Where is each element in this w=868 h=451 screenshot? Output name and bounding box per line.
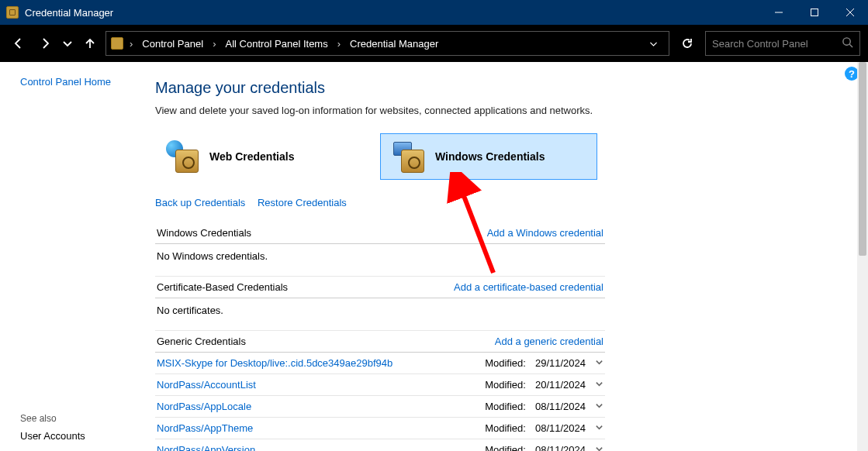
title-bar: Credential Manager <box>0 0 868 25</box>
svg-rect-0 <box>811 9 818 16</box>
refresh-button[interactable] <box>674 31 700 56</box>
credential-row[interactable]: NordPass/AppLocaleModified:08/11/2024 <box>155 396 605 418</box>
chevron-down-icon[interactable] <box>595 379 603 391</box>
app-icon <box>6 6 19 19</box>
window-title: Credential Manager <box>25 7 113 19</box>
windows-credentials-tab[interactable]: Windows Credentials <box>380 133 597 180</box>
credential-row[interactable]: NordPass/AccountListModified:20/11/2024 <box>155 374 605 396</box>
chevron-down-icon[interactable] <box>595 444 603 451</box>
modified-label: Modified: <box>485 357 526 369</box>
credential-name[interactable]: NordPass/AppTheme <box>157 422 253 434</box>
credential-date: 20/11/2024 <box>535 379 586 391</box>
search-box[interactable] <box>705 31 860 56</box>
web-credentials-label: Web Credentials <box>209 150 294 163</box>
breadcrumb-item[interactable]: Credential Manager <box>347 38 441 50</box>
minimize-button[interactable] <box>761 0 797 25</box>
backup-credentials-link[interactable]: Back up Credentials <box>155 197 245 208</box>
close-button[interactable] <box>832 0 868 25</box>
cert-creds-empty: No certificates. <box>155 298 605 331</box>
windows-creds-empty: No Windows credentials. <box>155 244 605 277</box>
forward-button[interactable] <box>34 33 56 54</box>
sidebar: Control Panel Home See also User Account… <box>0 62 155 451</box>
web-credentials-tab[interactable]: Web Credentials <box>155 133 372 180</box>
maximize-button[interactable] <box>797 0 832 25</box>
navigation-bar: › Control Panel › All Control Panel Item… <box>0 25 868 62</box>
credential-row[interactable]: MSIX-Skype for Desktop/live:.cid.5dce349… <box>155 353 605 374</box>
chevron-down-icon[interactable] <box>595 401 603 412</box>
credential-date: 08/11/2024 <box>535 401 586 412</box>
credential-name[interactable]: NordPass/AppLocale <box>157 401 251 412</box>
credential-date: 29/11/2024 <box>535 357 586 369</box>
generic-creds-section-title: Generic Credentials <box>157 336 246 347</box>
credential-date: 08/11/2024 <box>535 444 586 451</box>
windows-credentials-label: Windows Credentials <box>435 150 545 163</box>
credential-name[interactable]: NordPass/AccountList <box>157 379 256 391</box>
page-title: Manage your credentials <box>155 79 605 97</box>
chevron-right-icon[interactable]: › <box>209 38 219 50</box>
scrollbar-thumb[interactable] <box>859 62 866 256</box>
see-also-label: See also <box>20 413 146 424</box>
svg-point-1 <box>843 38 850 45</box>
cert-creds-section-title: Certificate-Based Credentials <box>157 281 288 293</box>
breadcrumb-item[interactable]: Control Panel <box>139 38 206 50</box>
windows-creds-section-title: Windows Credentials <box>157 227 251 239</box>
main-panel: ? Manage your credentials View and delet… <box>155 62 868 451</box>
add-generic-credential-link[interactable]: Add a generic credential <box>495 336 603 347</box>
credential-name[interactable]: MSIX-Skype for Desktop/live:.cid.5dce349… <box>157 357 393 369</box>
vertical-scrollbar[interactable] <box>857 62 868 451</box>
address-dropdown-button[interactable] <box>642 33 664 54</box>
credential-row[interactable]: NordPass/AppThemeModified:08/11/2024 <box>155 418 605 439</box>
add-windows-credential-link[interactable]: Add a Windows credential <box>487 227 603 239</box>
modified-label: Modified: <box>485 422 526 434</box>
search-input[interactable] <box>712 38 828 50</box>
back-button[interactable] <box>8 33 29 54</box>
credential-row[interactable]: NordPass/AppVersionModified:08/11/2024 <box>155 439 605 451</box>
modified-label: Modified: <box>485 379 526 391</box>
control-panel-home-link[interactable]: Control Panel Home <box>20 76 146 88</box>
chevron-down-icon[interactable] <box>595 357 603 369</box>
globe-safe-icon <box>166 140 199 173</box>
address-bar[interactable]: › Control Panel › All Control Panel Item… <box>105 31 669 56</box>
credential-date: 08/11/2024 <box>535 422 586 434</box>
chevron-down-icon[interactable] <box>595 422 603 434</box>
credential-name[interactable]: NordPass/AppVersion <box>157 444 255 451</box>
breadcrumb-item[interactable]: All Control Panel Items <box>222 38 330 50</box>
modified-label: Modified: <box>485 401 526 412</box>
chevron-right-icon[interactable]: › <box>334 38 344 50</box>
add-cert-credential-link[interactable]: Add a certificate-based credential <box>454 281 603 293</box>
restore-credentials-link[interactable]: Restore Credentials <box>258 197 347 208</box>
recent-locations-button[interactable] <box>61 33 74 54</box>
chevron-right-icon[interactable]: › <box>126 38 136 50</box>
monitor-safe-icon <box>392 140 424 173</box>
search-icon[interactable] <box>842 36 853 50</box>
page-description: View and delete your saved log-on inform… <box>155 105 605 116</box>
up-button[interactable] <box>79 33 101 54</box>
location-icon <box>111 37 123 50</box>
modified-label: Modified: <box>485 444 526 451</box>
user-accounts-link[interactable]: User Accounts <box>20 430 146 442</box>
content-area: Control Panel Home See also User Account… <box>0 62 868 451</box>
